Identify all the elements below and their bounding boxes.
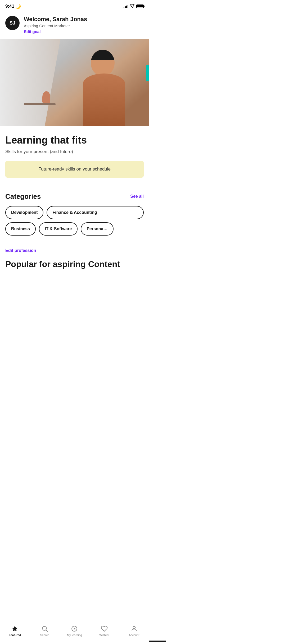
welcome-text: Welcome, Sarah Jonas xyxy=(24,16,87,23)
time-display: 9:41 xyxy=(5,4,14,9)
categories-row-2: Business IT & Software Persona… xyxy=(5,222,144,236)
popular-section: Popular for aspiring Content xyxy=(0,255,149,290)
wifi-icon xyxy=(130,4,135,9)
profile-info: Welcome, Sarah Jonas Aspiring Content Ma… xyxy=(24,16,87,34)
categories-header: Categories See all xyxy=(5,192,144,201)
cta-text: Future-ready skills on your schedule xyxy=(38,167,111,172)
categories-section: Categories See all Development Finance &… xyxy=(0,186,149,243)
categories-title: Categories xyxy=(5,192,41,201)
hero-table xyxy=(24,103,56,105)
category-personal[interactable]: Persona… xyxy=(81,222,113,236)
moon-icon: 🌙 xyxy=(15,4,21,9)
see-all-button[interactable]: See all xyxy=(130,194,144,199)
hero-body xyxy=(83,73,125,126)
hero-plant xyxy=(42,91,50,103)
category-it-software[interactable]: IT & Software xyxy=(39,222,78,236)
edit-goal-button[interactable]: Edit goal xyxy=(24,29,87,34)
edit-profession-button[interactable]: Edit profession xyxy=(5,248,36,253)
content-section: Learning that fits Skills for your prese… xyxy=(0,126,149,186)
battery-icon xyxy=(136,4,144,8)
status-icons xyxy=(124,4,144,9)
category-development[interactable]: Development xyxy=(5,206,43,219)
status-bar: 9:41 🌙 xyxy=(0,0,149,12)
signal-icon xyxy=(124,4,128,8)
profile-section: SJ Welcome, Sarah Jonas Aspiring Content… xyxy=(0,12,149,39)
hero-head xyxy=(91,50,115,76)
main-heading: Learning that fits xyxy=(5,135,144,146)
category-business[interactable]: Business xyxy=(5,222,36,236)
sub-heading: Skills for your present (and future) xyxy=(5,149,144,154)
categories-row-1: Development Finance & Accounting xyxy=(5,206,144,219)
teal-accent xyxy=(146,65,149,81)
hero-image xyxy=(0,39,149,126)
popular-heading: Popular for aspiring Content xyxy=(5,259,144,269)
cta-banner[interactable]: Future-ready skills on your schedule xyxy=(5,161,144,178)
status-time: 9:41 🌙 xyxy=(5,4,21,9)
profession-text: Aspiring Content Marketer xyxy=(24,24,87,28)
avatar: SJ xyxy=(5,16,20,30)
edit-profession-section: Edit profession xyxy=(0,243,149,255)
category-finance-accounting[interactable]: Finance & Accounting xyxy=(47,206,144,219)
